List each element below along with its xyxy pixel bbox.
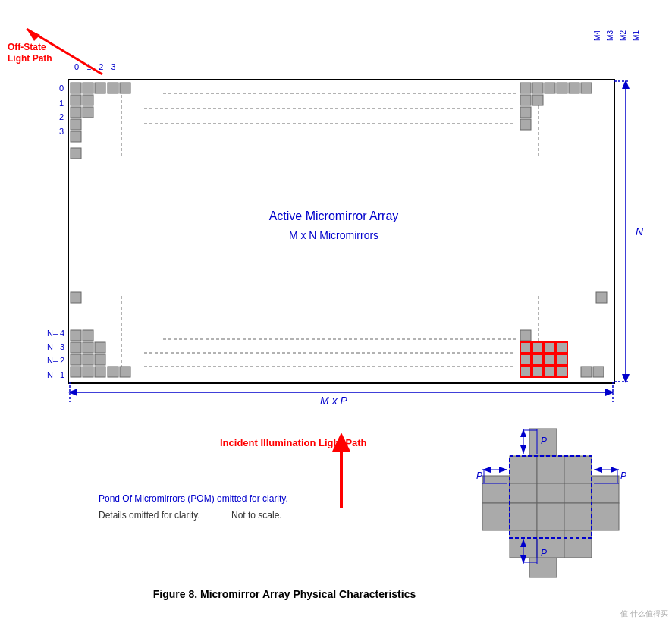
svg-rect-41 — [71, 354, 81, 365]
svg-rect-55 — [520, 95, 531, 105]
svg-rect-24 — [83, 83, 93, 93]
svg-rect-64 — [557, 342, 567, 353]
svg-rect-34 — [71, 148, 81, 159]
svg-rect-103 — [510, 456, 537, 483]
col-label-m1: M1 — [632, 30, 640, 41]
svg-rect-108 — [564, 530, 592, 558]
svg-rect-72 — [557, 367, 567, 377]
svg-rect-31 — [108, 83, 118, 93]
svg-text:N– 3: N– 3 — [47, 342, 64, 351]
svg-text:Active Micromirror Array: Active Micromirror Array — [269, 209, 399, 222]
svg-marker-125 — [499, 467, 507, 473]
svg-rect-104 — [537, 456, 564, 483]
svg-rect-52 — [557, 83, 567, 93]
col-label-0: 0 — [74, 62, 79, 71]
svg-rect-73 — [581, 367, 592, 377]
svg-rect-25 — [95, 83, 105, 93]
svg-text:2: 2 — [59, 112, 64, 121]
svg-rect-38 — [71, 342, 81, 353]
svg-rect-71 — [545, 367, 555, 377]
svg-rect-39 — [83, 342, 93, 353]
incident-label: Incident Illumination Light Path — [220, 436, 367, 450]
svg-rect-97 — [482, 503, 510, 530]
svg-rect-29 — [83, 107, 93, 118]
svg-text:P: P — [620, 470, 626, 481]
svg-rect-42 — [83, 354, 93, 365]
svg-rect-61 — [520, 342, 531, 353]
svg-rect-99 — [537, 503, 564, 530]
col-label-m2: M2 — [619, 30, 627, 41]
svg-rect-50 — [532, 83, 543, 93]
svg-marker-1 — [27, 29, 40, 41]
svg-rect-44 — [71, 367, 81, 377]
svg-text:P: P — [541, 548, 547, 558]
svg-rect-47 — [108, 367, 118, 377]
details-label: Details omitted for clarity. — [99, 510, 200, 521]
svg-text:P: P — [476, 470, 482, 481]
svg-text:3: 3 — [59, 127, 64, 136]
svg-rect-46 — [95, 367, 105, 377]
svg-text:Light Path: Light Path — [8, 53, 52, 64]
svg-rect-23 — [71, 83, 81, 93]
svg-rect-101 — [592, 503, 619, 530]
not-to-scale: Not to scale. — [231, 510, 282, 521]
col-label-3: 3 — [111, 62, 115, 71]
col-label-m3: M3 — [606, 30, 614, 41]
svg-text:M x P: M x P — [320, 395, 347, 406]
svg-rect-70 — [532, 367, 543, 377]
svg-rect-96 — [592, 476, 619, 503]
svg-text:M x N  Micromirrors: M x N Micromirrors — [289, 229, 378, 241]
figure-caption: Figure 8. Micromirror Array Physical Cha… — [0, 588, 569, 600]
svg-rect-40 — [95, 342, 105, 353]
svg-text:N– 2: N– 2 — [47, 356, 64, 365]
svg-rect-65 — [520, 354, 531, 365]
svg-rect-28 — [71, 107, 81, 118]
svg-text:N– 4: N– 4 — [47, 329, 64, 338]
col-label-2: 2 — [99, 62, 103, 71]
svg-rect-32 — [120, 83, 130, 93]
col-label-m4: M4 — [593, 30, 601, 41]
svg-rect-45 — [83, 367, 93, 377]
svg-rect-30 — [71, 119, 81, 130]
pond-label: Pond Of Micromirrors (POM) omitted for c… — [99, 493, 288, 504]
svg-rect-59 — [596, 292, 607, 303]
page-container: Off-State Light Path 0 1 2 3 M4 M3 M2 M1 — [0, 0, 672, 623]
svg-rect-68 — [557, 354, 567, 365]
svg-text:0: 0 — [59, 83, 64, 93]
svg-marker-131 — [594, 467, 602, 473]
svg-text:1: 1 — [59, 99, 64, 108]
svg-rect-63 — [545, 342, 555, 353]
col-labels-top-left: 0 1 2 3 — [74, 62, 116, 71]
svg-rect-58 — [520, 119, 531, 130]
watermark: 值 什么值得买 — [620, 609, 668, 619]
svg-rect-69 — [520, 367, 531, 377]
main-diagram-svg: 0 1 2 3 N– 4 N– 3 N– 2 N– 1 — [46, 72, 645, 406]
svg-marker-113 — [520, 445, 526, 454]
col-labels-top-right: M4 M3 M2 M1 — [593, 30, 640, 41]
svg-rect-35 — [71, 292, 81, 303]
svg-rect-33 — [71, 131, 81, 142]
svg-rect-51 — [545, 83, 555, 93]
svg-rect-54 — [581, 83, 592, 93]
svg-rect-98 — [510, 503, 537, 530]
svg-text:Off-State: Off-State — [8, 42, 46, 52]
svg-rect-66 — [532, 354, 543, 365]
svg-rect-26 — [71, 95, 81, 105]
svg-text:P: P — [541, 436, 547, 446]
svg-rect-100 — [564, 503, 592, 530]
svg-rect-60 — [520, 330, 531, 341]
svg-rect-105 — [564, 456, 592, 483]
svg-rect-53 — [569, 83, 579, 93]
svg-rect-37 — [83, 330, 93, 341]
svg-rect-49 — [520, 83, 531, 93]
svg-rect-48 — [120, 367, 130, 377]
svg-rect-74 — [593, 367, 604, 377]
svg-rect-43 — [95, 354, 105, 365]
svg-rect-56 — [532, 95, 543, 105]
svg-rect-67 — [545, 354, 555, 365]
mirror-pattern-svg: P P P P — [475, 421, 626, 588]
svg-text:N x P: N x P — [636, 225, 645, 238]
svg-rect-57 — [520, 107, 531, 118]
svg-rect-92 — [482, 476, 510, 503]
col-label-1: 1 — [86, 62, 91, 71]
